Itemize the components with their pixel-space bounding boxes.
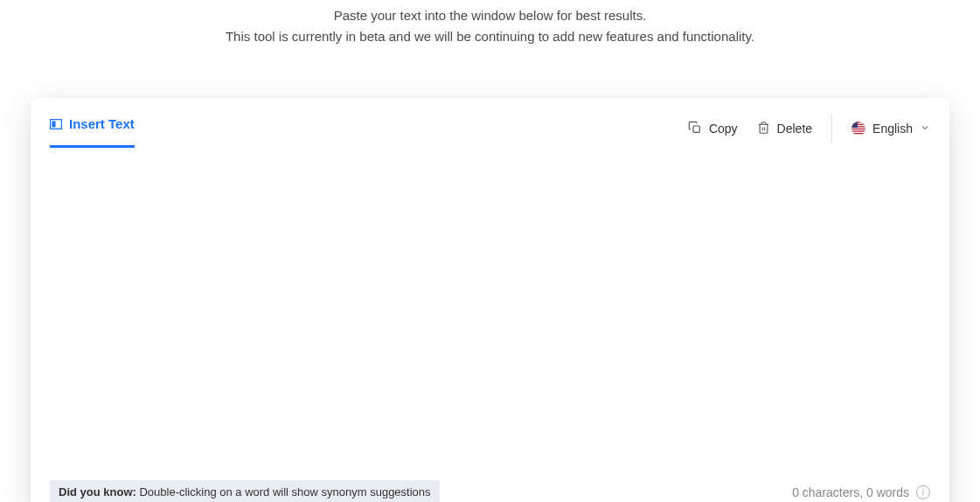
copy-button[interactable]: Copy xyxy=(688,121,738,137)
stats: 0 characters, 0 words i xyxy=(792,485,930,499)
intro-line-2: This tool is currently in beta and we wi… xyxy=(0,26,980,47)
tip-text: Double-clicking on a word will show syno… xyxy=(136,485,431,499)
intro-line-1: Paste your text into the window below fo… xyxy=(0,5,980,26)
stats-text: 0 characters, 0 words xyxy=(792,485,909,499)
card-footer: Did you know: Double-clicking on a word … xyxy=(31,471,949,502)
intro-text: Paste your text into the window below fo… xyxy=(0,0,980,47)
header-actions: Copy Delete xyxy=(688,115,930,143)
insert-text-tab-label: Insert Text xyxy=(69,116,135,131)
svg-rect-10 xyxy=(851,129,865,129)
info-icon[interactable]: i xyxy=(916,485,930,499)
divider xyxy=(831,115,832,143)
card-header: Insert Text Copy xyxy=(31,98,949,150)
tip-box: Did you know: Double-clicking on a word … xyxy=(50,480,440,502)
svg-rect-13 xyxy=(851,122,858,128)
svg-rect-0 xyxy=(51,119,62,129)
svg-rect-12 xyxy=(851,133,865,134)
chevron-down-icon xyxy=(920,122,930,136)
language-label: English xyxy=(872,122,913,136)
language-selector[interactable]: English xyxy=(851,122,930,136)
copy-label: Copy xyxy=(709,122,738,136)
copy-icon xyxy=(688,121,702,137)
svg-rect-11 xyxy=(851,130,865,131)
svg-rect-2 xyxy=(693,126,699,132)
svg-rect-7 xyxy=(851,122,865,122)
editor-card: Insert Text Copy xyxy=(31,98,949,502)
tab-area: Insert Text xyxy=(50,116,135,148)
delete-label: Delete xyxy=(777,122,812,136)
insert-text-icon xyxy=(50,118,62,130)
delete-icon xyxy=(757,121,770,137)
insert-text-tab[interactable]: Insert Text xyxy=(50,116,135,148)
svg-rect-1 xyxy=(52,121,56,127)
flag-icon xyxy=(851,122,865,136)
delete-button[interactable]: Delete xyxy=(757,121,812,137)
tip-prefix: Did you know: xyxy=(59,485,136,499)
text-editor-area[interactable] xyxy=(31,150,949,471)
